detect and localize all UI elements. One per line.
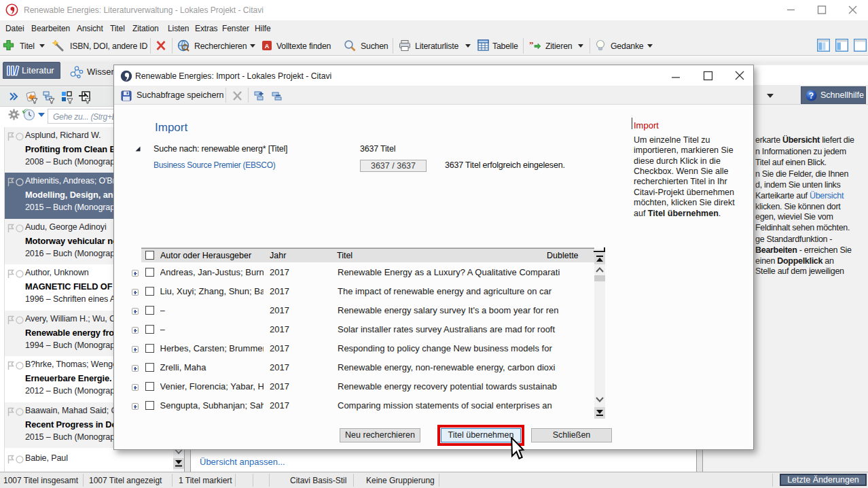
svg-text:A: A <box>265 43 270 50</box>
svg-text:?: ? <box>809 91 814 101</box>
svg-text:”: ” <box>529 40 534 50</box>
